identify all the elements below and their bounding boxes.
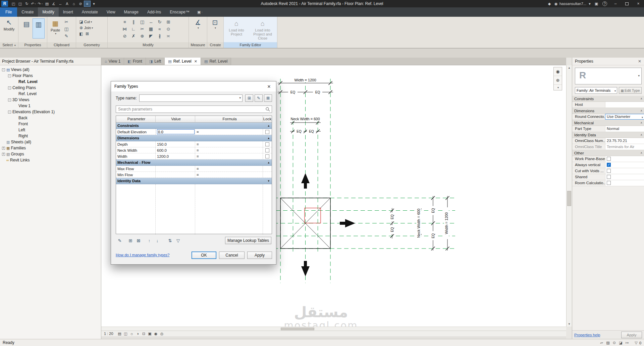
show-crop-region-icon[interactable]: ▣ [147,332,153,336]
collapse-icon[interactable]: − [8,74,11,77]
room-calculation-checkbox[interactable] [607,181,611,185]
signed-in-username[interactable]: hassansultan7... [559,2,586,6]
vertical-scrollbar[interactable]: ▲ ▼ [566,65,572,327]
view-tab-left[interactable]: ◨ Left [146,58,165,65]
copy-to-clipboard-icon[interactable]: ◫ [62,25,71,32]
collapse-chevron-icon[interactable]: ∧ [640,151,642,154]
select-pinned-icon[interactable]: ⊙ [611,341,618,345]
edit-type-button[interactable]: ▦ Edit Type [619,87,642,94]
collapse-icon[interactable]: − [8,98,11,101]
open-icon[interactable]: ◰ [10,1,17,7]
tree-item-3d-views[interactable]: − 3D Views [0,97,101,103]
properties-palette-button[interactable]: ▤ [20,18,33,39]
property-row-work-plane-based[interactable]: Work Plane-Based [572,156,644,162]
group-dimensions[interactable]: Dimensions∧ [572,108,644,114]
tab-file[interactable]: File [0,7,17,17]
property-row-part-type[interactable]: Part Type Normal [572,126,644,132]
collapse-chevron-icon[interactable]: ▲ [267,161,270,164]
zoom-icon[interactable]: ⊕ [554,76,562,85]
temporary-hide-isolate-icon[interactable]: ◉ [153,332,159,336]
panel-label-modify[interactable]: Modify [108,42,189,48]
properties-help-link[interactable]: Properties help [574,333,600,337]
group-row-mechanical-flow[interactable]: Mechanical - Flow▲ [116,159,272,166]
measure-button[interactable]: ∡ ▾ [189,17,207,42]
cut-to-clipboard-icon[interactable]: ✂ [62,18,71,25]
panel-label-family-editor[interactable]: Family Editor [224,42,277,48]
manage-lookup-tables-button[interactable]: Manage Lookup Tables [225,237,271,244]
property-row-round-connector[interactable]: Round Connecto... Use Diameter▾ [572,114,644,120]
match-properties-icon[interactable]: ≍ [164,32,173,40]
measure-icon[interactable]: ∡ [50,1,57,7]
type-selector[interactable]: R ▾ [575,68,642,84]
properties-apply-button[interactable]: Apply [621,332,642,338]
collapse-chevron-icon[interactable]: ∧ [640,133,642,136]
text-icon[interactable]: A [64,1,70,7]
cut-geometry-button[interactable]: ◪ Cut▾ [78,19,107,25]
property-row-host[interactable]: Host [572,102,644,108]
match-type-icon[interactable]: ✎ [62,32,71,40]
tree-item-back[interactable]: − Back [0,115,101,121]
edit-parameter-icon[interactable]: ✎ [116,237,124,244]
aligned-dimension-icon[interactable]: ↔ [57,1,64,7]
array-icon[interactable]: ▦ [147,25,155,32]
collapse-chevron-icon[interactable]: ∧ [640,97,642,100]
paint-icon[interactable]: ◧ [78,31,84,36]
tree-item-ceiling-plans[interactable]: − Ceiling Plans [0,85,101,91]
expand-icon[interactable]: + [2,147,5,150]
parameter-row-max-flow[interactable]: Max Flow = [116,166,272,172]
lock-checkbox[interactable] [265,148,269,152]
thin-lines-icon[interactable]: ≡ [84,1,91,7]
drag-on-selection-icon[interactable]: ↦ [624,341,630,345]
tree-item-sheets[interactable]: − ▥ Sheets (all) [0,139,101,145]
tab-view[interactable]: View [102,7,120,17]
dialog-close-icon[interactable]: ✕ [262,81,276,91]
tree-item-groups[interactable]: + ▧ Groups [0,151,101,157]
load-into-project-button[interactable]: ⌂ Load into Project [224,18,249,43]
contextual-tab-icon[interactable]: ▣▾ [197,7,203,17]
panel-label-geometry[interactable]: Geometry [76,42,107,48]
parameter-row-width[interactable]: Width 1200.0 = [116,153,272,159]
tab-manage[interactable]: Manage [120,7,143,17]
user-icon[interactable]: ◉ [553,1,559,7]
panel-label-measure[interactable]: Measure [189,42,207,48]
split-gap-icon[interactable]: ∦ [155,32,164,40]
parameter-row-depth[interactable]: Depth 150.0 = [116,141,272,147]
horizontal-scrollbar[interactable] [101,327,566,331]
navbar-chevron-icon[interactable]: ▾ [554,85,562,90]
group-constraints[interactable]: Constraints∧ [572,96,644,102]
property-row-shared[interactable]: Shared [572,174,644,180]
new-parameter-icon[interactable]: ⊞ [126,237,135,244]
rename-type-button[interactable]: ✎ [255,94,263,102]
load-into-project-close-button[interactable]: ⌂ Load into Project and Close [249,18,276,43]
select-underlay-icon[interactable]: ▨ [605,341,611,345]
view-tab-ref-level-2[interactable]: ▤ Ref. Level [201,58,231,65]
visual-style-icon[interactable]: ◫ [123,332,129,336]
select-links-icon[interactable]: ▱ [598,341,605,345]
view-tab-view-1[interactable]: ⌂ View 1 [101,58,124,65]
table-header[interactable]: Parameter Value Formula Lock [116,116,272,123]
new-type-button[interactable]: ⊞ [245,94,253,102]
detail-level-icon[interactable]: ▤ [117,332,123,336]
property-row-omniclass-title[interactable]: OmniClass Title Terminals for Air [572,144,644,150]
modify-tool-button[interactable]: ↖ Modify [0,17,18,42]
parameter-row-min-flow[interactable]: Min Flow = [116,172,272,178]
ok-button[interactable]: OK [192,252,216,259]
sort-descending-icon[interactable]: ▽ [174,237,182,244]
property-row-room-calculation[interactable]: Room Calculatio... [572,180,644,186]
minimize-button[interactable]: – [610,0,621,7]
tab-annotate[interactable]: Annotate [77,7,102,17]
reference-planes[interactable] [246,79,455,283]
filter-icon[interactable]: ▽ [633,341,639,345]
paste-button[interactable]: ▦ Paste ▾ [49,18,62,43]
work-plane-based-checkbox[interactable] [607,157,611,161]
tree-item-ref-level-floor[interactable]: − Ref. Level [0,79,101,85]
section-icon[interactable]: ⊘ [77,1,84,7]
scroll-up-icon[interactable]: ▲ [567,65,572,70]
trim-corner-icon[interactable]: ◤ [147,32,155,40]
property-row-always-vertical[interactable]: Always vertical [572,162,644,168]
delete-parameter-icon[interactable]: ⊠ [135,237,143,244]
close-view-tab-icon[interactable]: ✕ [194,59,197,64]
redo-icon[interactable]: ↷▾ [37,1,44,7]
lock-checkbox[interactable] [265,130,269,134]
type-name-combobox[interactable]: ▾ [139,94,243,102]
